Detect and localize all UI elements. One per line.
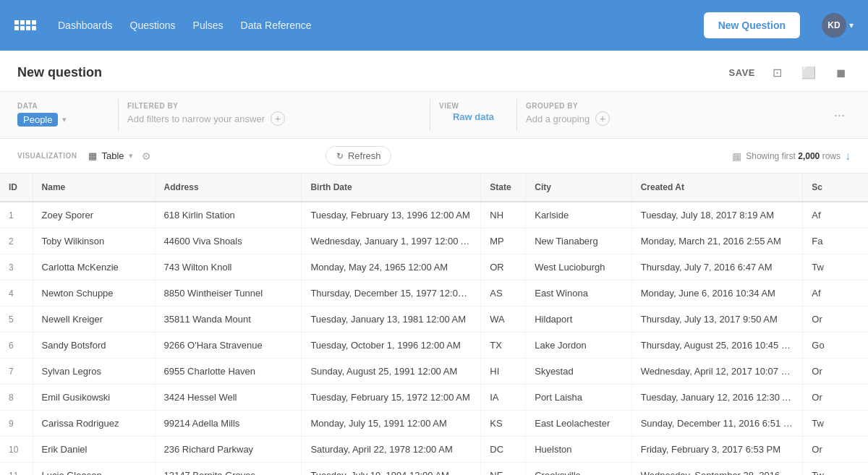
cell-name: Sandy Botsford xyxy=(33,333,155,359)
add-group-button[interactable]: + xyxy=(595,111,610,126)
cell-createdat: Sunday, December 11, 2016 6:51 PM xyxy=(631,411,803,437)
table-body: 1 Zoey Sporer 618 Kirlin Station Tuesday… xyxy=(0,202,868,475)
cell-city: West Lucioburgh xyxy=(526,254,631,281)
table-grid-icon: ▦ xyxy=(88,150,97,161)
cell-sc: Or xyxy=(803,437,868,463)
cell-address: 236 Richard Parkway xyxy=(155,437,302,463)
logo[interactable] xyxy=(14,20,36,30)
cell-birthdate: Tuesday, October 1, 1996 12:00 AM xyxy=(302,333,481,359)
cell-sc: Tw xyxy=(803,411,868,437)
page-header: New question SAVE ⊡ ⬜ ◼ xyxy=(0,51,868,92)
col-header-state[interactable]: State xyxy=(481,174,526,202)
col-header-birthdate[interactable]: Birth Date xyxy=(302,174,481,202)
cell-state: DC xyxy=(481,437,526,463)
cell-state: WA xyxy=(481,307,526,333)
cell-state: OR xyxy=(481,254,526,281)
table-row: 10 Erik Daniel 236 Richard Parkway Satur… xyxy=(0,437,868,463)
col-header-id[interactable]: ID xyxy=(0,174,33,202)
col-header-sc[interactable]: Sc xyxy=(803,174,868,202)
table-viz-button[interactable]: ▦ Table ▾ xyxy=(88,150,132,161)
table-row: 6 Sandy Botsford 9266 O'Hara Stravenue T… xyxy=(0,333,868,359)
nav-links: Dashboards Questions Pulses Data Referen… xyxy=(58,20,682,31)
bookmark-icon[interactable]: ◼ xyxy=(830,62,851,82)
rows-info-icon: ▦ xyxy=(732,150,741,162)
nav-dashboards[interactable]: Dashboards xyxy=(58,20,113,31)
cell-sc: Tw xyxy=(803,463,868,476)
picture-icon[interactable]: ⬜ xyxy=(799,62,819,82)
data-table: ID Name Address Birth Date State City Cr… xyxy=(0,174,868,475)
main-content: New question SAVE ⊡ ⬜ ◼ DATA People ▾ FI… xyxy=(0,51,868,475)
table-viz-label: Table xyxy=(101,150,124,161)
table-row: 1 Zoey Sporer 618 Kirlin Station Tuesday… xyxy=(0,202,868,228)
user-avatar[interactable]: KD xyxy=(822,13,846,38)
data-value[interactable]: People ▾ xyxy=(17,111,109,128)
cell-createdat: Tuesday, January 12, 2016 12:30 AM xyxy=(631,385,803,411)
add-filter-button[interactable]: + xyxy=(271,111,285,126)
cell-state: MP xyxy=(481,228,526,254)
header-actions: SAVE ⊡ ⬜ ◼ xyxy=(729,62,851,82)
raw-data-button[interactable]: Raw data xyxy=(439,111,508,122)
refresh-icon: ↻ xyxy=(336,151,344,161)
col-header-createdat[interactable]: Created At xyxy=(631,174,803,202)
table-row: 11 Lucie Gleason 12147 Bernita Groves Tu… xyxy=(0,463,868,476)
cell-name: Carlotta McKenzie xyxy=(33,254,155,281)
group-section: GROUPED BY Add a grouping + xyxy=(517,99,828,131)
cell-address: 99214 Adella Mills xyxy=(155,411,302,437)
col-header-name[interactable]: Name xyxy=(33,174,155,202)
cell-createdat: Wednesday, April 12, 2017 10:07 PM xyxy=(631,359,803,385)
view-section: VIEW Raw data xyxy=(430,99,517,131)
cell-city: East Leolachester xyxy=(526,411,631,437)
filter-section: FILTERED BY Add filters to narrow your a… xyxy=(119,99,430,131)
page-title: New question xyxy=(17,65,102,80)
cell-id: 6 xyxy=(0,333,33,359)
cell-createdat: Thursday, July 13, 2017 9:50 AM xyxy=(631,307,803,333)
table-row: 2 Toby Wilkinson 44600 Viva Shoals Wedne… xyxy=(0,228,868,254)
refresh-button[interactable]: ↻ Refresh xyxy=(326,146,392,166)
visualization-label: VISUALIZATION xyxy=(17,152,77,160)
cell-address: 618 Kirlin Station xyxy=(155,202,302,228)
cell-id: 8 xyxy=(0,385,33,411)
cell-state: NH xyxy=(481,202,526,228)
visualization-bar: VISUALIZATION ▦ Table ▾ ⚙ ↻ Refresh ▦ Sh… xyxy=(0,139,868,174)
more-options-button[interactable]: ··· xyxy=(828,99,851,131)
cell-sc: Or xyxy=(803,385,868,411)
view-label: VIEW xyxy=(439,102,508,110)
table-row: 7 Sylvan Legros 6955 Charlotte Haven Sun… xyxy=(0,359,868,385)
people-badge[interactable]: People xyxy=(17,113,58,127)
table-row: 4 Newton Schuppe 8850 Wintheiser Tunnel … xyxy=(0,281,868,307)
save-button[interactable]: SAVE xyxy=(729,67,755,78)
cell-id: 10 xyxy=(0,437,33,463)
cell-createdat: Wednesday, September 28, 2016 1:3... xyxy=(631,463,803,476)
cell-state: TX xyxy=(481,333,526,359)
cell-city: Huelston xyxy=(526,437,631,463)
nav-pulses[interactable]: Pulses xyxy=(193,20,224,31)
cell-birthdate: Monday, July 15, 1991 12:00 AM xyxy=(302,411,481,437)
col-header-city[interactable]: City xyxy=(526,174,631,202)
cell-city: East Winona xyxy=(526,281,631,307)
cell-createdat: Thursday, July 7, 2016 6:47 AM xyxy=(631,254,803,281)
cell-state: NE xyxy=(481,463,526,476)
rows-info: ▦ Showing first 2,000 rows ↓ xyxy=(732,150,851,163)
user-dropdown-arrow[interactable]: ▾ xyxy=(849,20,854,30)
table-row: 3 Carlotta McKenzie 743 Wilton Knoll Mon… xyxy=(0,254,868,281)
cell-address: 12147 Bernita Groves xyxy=(155,463,302,476)
expand-icon[interactable]: ⊡ xyxy=(767,62,787,82)
group-placeholder: Add a grouping xyxy=(526,114,590,124)
cell-birthdate: Tuesday, February 13, 1996 12:00 AM xyxy=(302,202,481,228)
table-viz-arrow: ▾ xyxy=(129,151,133,161)
settings-icon[interactable]: ⚙ xyxy=(142,150,151,162)
download-button[interactable]: ↓ xyxy=(845,150,851,163)
cell-id: 1 xyxy=(0,202,33,228)
filter-placeholder: Add filters to narrow your answer xyxy=(127,114,265,124)
cell-name: Zoey Sporer xyxy=(33,202,155,228)
table-header-row: ID Name Address Birth Date State City Cr… xyxy=(0,174,868,202)
new-question-button[interactable]: New Question xyxy=(704,12,800,38)
cell-id: 11 xyxy=(0,463,33,476)
cell-city: Crooksville xyxy=(526,463,631,476)
nav-questions[interactable]: Questions xyxy=(130,20,176,31)
col-header-address[interactable]: Address xyxy=(155,174,302,202)
cell-createdat: Tuesday, July 18, 2017 8:19 AM xyxy=(631,202,803,228)
cell-birthdate: Thursday, December 15, 1977 12:00 AM xyxy=(302,281,481,307)
cell-name: Newell Kreiger xyxy=(33,307,155,333)
nav-data-reference[interactable]: Data Reference xyxy=(241,20,312,31)
